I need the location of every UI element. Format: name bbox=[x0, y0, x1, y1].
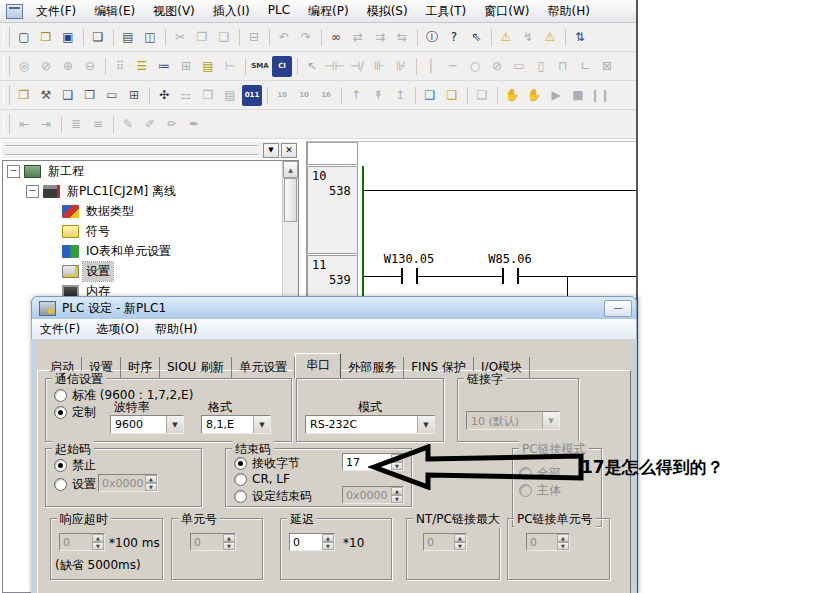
dropdown-arrow-icon[interactable]: ▼ bbox=[253, 416, 270, 433]
properties-button[interactable]: ⊞ bbox=[124, 85, 144, 106]
about-button[interactable]: Ⓘ bbox=[422, 27, 442, 48]
print-to-report-button[interactable]: ❏ bbox=[88, 27, 108, 48]
radio-crlf[interactable]: CR, LF bbox=[234, 472, 290, 486]
work-online-simulator-button[interactable]: ❑ bbox=[442, 85, 462, 106]
program-check-button[interactable]: ✣ bbox=[154, 85, 174, 106]
contact-no-button[interactable]: ⊣⊢ bbox=[324, 56, 345, 77]
contact-address[interactable]: W130.05 bbox=[370, 252, 448, 266]
monitor-clock-button[interactable]: SMA bbox=[250, 56, 270, 77]
zoom-out-button[interactable]: ⊖ bbox=[80, 56, 100, 77]
delete-segment-button[interactable]: ⊠ bbox=[597, 56, 617, 77]
align-list2-button[interactable]: ≡ bbox=[88, 114, 108, 135]
radix-signed-decimal-button[interactable]: 10 bbox=[294, 85, 314, 106]
radio-custom[interactable]: 定制 bbox=[54, 404, 96, 421]
menu-tools[interactable]: 工具(T) bbox=[417, 0, 476, 23]
force-status-button[interactable]: ⚏ bbox=[176, 85, 196, 106]
ci-window-button[interactable]: CI bbox=[272, 56, 292, 77]
contact-address[interactable]: W85.06 bbox=[471, 252, 549, 266]
dialog-menu-help[interactable]: 帮助(H) bbox=[147, 319, 205, 340]
redo-button[interactable]: ↷ bbox=[296, 27, 316, 48]
radio-start-set[interactable]: 设置 bbox=[54, 476, 96, 493]
menu-insert[interactable]: 插入(I) bbox=[204, 0, 259, 23]
comment-percent-button[interactable]: ✐ bbox=[140, 114, 160, 135]
menu-simulation[interactable]: 模拟(S) bbox=[358, 0, 417, 23]
radio-start-disable[interactable]: 禁止 bbox=[54, 457, 96, 474]
transfer-to-plc-button[interactable]: ↑ bbox=[346, 85, 366, 106]
select-mode-button[interactable]: ↖ bbox=[302, 56, 322, 77]
baud-rate-combo[interactable]: 9600 ▼ bbox=[110, 415, 184, 434]
memory-view-button[interactable]: ▤ bbox=[220, 85, 240, 106]
menu-program[interactable]: 编程(P) bbox=[299, 0, 358, 23]
minimize-button[interactable]: — bbox=[604, 300, 632, 317]
corner-button[interactable]: ∟ bbox=[575, 56, 595, 77]
dropdown-arrow-icon[interactable]: ▼ bbox=[417, 416, 434, 433]
help-button[interactable]: ? bbox=[444, 27, 464, 48]
spin-down-icon[interactable]: ▼ bbox=[322, 542, 334, 550]
find-in-project-button[interactable]: ⇉ bbox=[370, 27, 390, 48]
print-preview-button[interactable]: ◫ bbox=[140, 27, 160, 48]
tab-timing[interactable]: 时序 bbox=[121, 357, 160, 378]
tab-siou-refresh[interactable]: SIOU 刷新 bbox=[160, 357, 232, 378]
contact-or-no-button[interactable]: ⊪ bbox=[369, 56, 389, 77]
set-values-button[interactable]: ❐ bbox=[198, 85, 218, 106]
spin-up-icon[interactable]: ▲ bbox=[322, 534, 334, 542]
radix-hex-button[interactable]: 16 bbox=[316, 85, 336, 106]
tree-expand-toggle[interactable]: − bbox=[7, 165, 20, 178]
pause-trigger-button[interactable]: ✋ bbox=[524, 85, 544, 106]
tab-serial-port[interactable]: 串口 bbox=[295, 353, 341, 379]
copy-button[interactable]: ❐ bbox=[192, 27, 212, 48]
new-file-button[interactable]: ▢ bbox=[14, 27, 34, 48]
toggle-cross-window-button[interactable]: ❒ bbox=[80, 85, 100, 106]
work-online-button[interactable]: ❑ bbox=[420, 85, 440, 106]
contact-nc-button[interactable]: ⊣/ bbox=[347, 56, 367, 77]
radix-decimal-button[interactable]: 10 bbox=[272, 85, 292, 106]
zoom-fit-button[interactable]: ◎ bbox=[14, 56, 34, 77]
menu-help[interactable]: 帮助(H) bbox=[539, 0, 599, 23]
print-button[interactable]: ▤ bbox=[118, 27, 138, 48]
open-file-button[interactable]: ❒ bbox=[36, 27, 56, 48]
tree-item-iotable[interactable]: IO表和单元设置 bbox=[3, 241, 298, 261]
run-button[interactable]: ▶ bbox=[546, 85, 566, 106]
compile-warning-button[interactable]: ⚠ bbox=[496, 27, 516, 48]
tab-external-services[interactable]: 外部服务 bbox=[341, 357, 404, 378]
comment-delete-button[interactable]: ✒ bbox=[184, 114, 204, 135]
paste-button[interactable]: ❑ bbox=[214, 27, 234, 48]
toolbar-grip[interactable] bbox=[3, 56, 10, 76]
toolbar-grip[interactable] bbox=[3, 114, 10, 134]
format-combo[interactable]: 8,1,E ▼ bbox=[201, 415, 271, 434]
toggle-address-window-button[interactable]: ▭ bbox=[102, 85, 122, 106]
binary-view-button[interactable]: 011 bbox=[242, 85, 262, 106]
menu-window[interactable]: 窗口(W) bbox=[475, 0, 538, 23]
indent-left-button[interactable]: ⇤ bbox=[14, 114, 34, 135]
tree-item-datatypes[interactable]: 数据类型 bbox=[3, 201, 298, 221]
toggle-project-window-button[interactable]: ❐ bbox=[14, 85, 34, 106]
radio-set-end-code[interactable]: 设定结束码 bbox=[234, 488, 312, 505]
comment-percent2-button[interactable]: ✏ bbox=[162, 114, 182, 135]
grid-toggle-button[interactable]: ⠿ bbox=[110, 56, 130, 77]
comment-pen-button[interactable]: ✎ bbox=[118, 114, 138, 135]
close-icon[interactable]: ✕ bbox=[281, 143, 297, 158]
cut-button[interactable]: ✂ bbox=[170, 27, 190, 48]
paste-special-button[interactable]: ⊟ bbox=[244, 27, 264, 48]
tree-expand-toggle[interactable]: − bbox=[26, 185, 39, 198]
rung-hierarchy-button[interactable]: ⊢ bbox=[220, 56, 240, 77]
find-button[interactable]: ∞ bbox=[326, 27, 346, 48]
dialog-titlebar[interactable]: PLC 设定 - 新PLC1 — bbox=[31, 296, 637, 319]
horizontal-line-button[interactable]: ─ bbox=[443, 56, 463, 77]
online-compile-button[interactable]: ↯ bbox=[518, 27, 538, 48]
instruction2-button[interactable]: ▯ bbox=[531, 56, 551, 77]
tree-item-plc[interactable]: − 新PLC1[CJ2M] 离线 bbox=[3, 181, 298, 201]
coil-button[interactable]: ○ bbox=[465, 56, 485, 77]
scrollbar-thumb[interactable] bbox=[284, 178, 297, 222]
radio-received-bytes[interactable]: 接收字节 bbox=[234, 455, 300, 472]
transfer-from-plc-button[interactable]: ↟ bbox=[368, 85, 388, 106]
toolbar-grip[interactable] bbox=[3, 85, 10, 105]
toggle-output-window-button[interactable]: ⚒ bbox=[36, 85, 56, 106]
context-help-button[interactable]: ⇖ bbox=[466, 27, 486, 48]
menu-edit[interactable]: 编辑(E) bbox=[85, 0, 144, 23]
tree-item-project[interactable]: − 新工程 bbox=[3, 161, 298, 181]
indent-right-button[interactable]: ⇥ bbox=[36, 114, 56, 135]
monitor-mode-button[interactable]: ❏ bbox=[472, 85, 492, 106]
save-button[interactable]: ▣ bbox=[58, 27, 78, 48]
zoom-cancel-button[interactable]: ⊘ bbox=[36, 56, 56, 77]
